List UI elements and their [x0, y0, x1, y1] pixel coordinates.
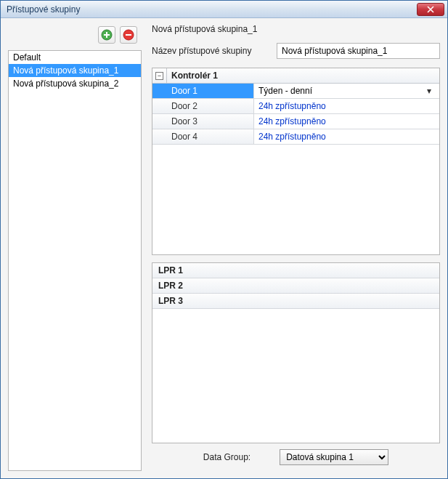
door-name-cell: Door 1 [152, 84, 254, 98]
lpr-row[interactable]: LPR 3 [152, 294, 439, 309]
group-list-item[interactable]: Default [9, 51, 141, 64]
lpr-fill [152, 309, 439, 443]
collapse-toggle[interactable]: − [155, 72, 163, 80]
lpr-rows: LPR 1LPR 2LPR 3 [152, 263, 439, 309]
door-row[interactable]: Door 224h zpřístupněno [152, 99, 439, 114]
detail-heading: Nová přístupová skupina_1 [152, 24, 440, 37]
controller-header-label: Kontrolér 1 [167, 68, 439, 83]
data-group-select[interactable]: Datová skupina 1 [280, 449, 388, 465]
door-schedule-cell[interactable]: 24h zpřístupněno [254, 99, 439, 113]
group-list-item[interactable]: Nová přístupová skupina_1 [9, 64, 141, 77]
close-button[interactable] [417, 3, 444, 16]
door-schedule-cell[interactable]: 24h zpřístupněno [254, 129, 439, 144]
door-row[interactable]: Door 424h zpřístupněno [152, 129, 439, 145]
titlebar: Přístupové skupiny [1, 1, 447, 18]
group-listbox[interactable]: DefaultNová přístupová skupina_1Nová pří… [8, 50, 142, 471]
lpr-grid: LPR 1LPR 2LPR 3 [152, 262, 440, 443]
data-group-label: Data Group: [203, 452, 251, 462]
lpr-label: LPR 3 [152, 294, 189, 307]
door-row[interactable]: Door 1Týden - denní▾ [152, 84, 439, 99]
add-icon [101, 29, 113, 41]
left-column: DefaultNová přístupová skupina_1Nová pří… [8, 24, 142, 471]
controller-grid: − Kontrolér 1 Door 1Týden - denní▾Door 2… [152, 68, 440, 255]
expand-cell: − [152, 68, 167, 83]
name-row: Název přístupové skupiny [152, 43, 440, 59]
close-icon [427, 6, 434, 13]
group-list-item[interactable]: Nová přístupová skupina_2 [9, 77, 141, 90]
controller-rows: Door 1Týden - denní▾Door 224h zpřístupně… [152, 84, 439, 145]
remove-icon [123, 29, 134, 41]
lpr-label: LPR 2 [152, 279, 189, 292]
chevron-down-icon: ▾ [423, 86, 435, 96]
right-column: Nová přístupová skupina_1 Název přístupo… [142, 24, 440, 471]
group-name-label: Název přístupové skupiny [152, 46, 268, 56]
remove-group-button[interactable] [120, 26, 137, 44]
door-row[interactable]: Door 324h zpřístupněno [152, 114, 439, 129]
group-toolbar [8, 24, 142, 46]
window-title: Přístupové skupiny [7, 4, 80, 15]
controller-fill [152, 145, 439, 254]
content-area: DefaultNová přístupová skupina_1Nová pří… [1, 18, 447, 478]
schedule-dropdown[interactable]: Týden - denní▾ [258, 86, 435, 96]
add-group-button[interactable] [98, 26, 115, 44]
door-name-cell: Door 3 [152, 114, 254, 129]
door-name-cell: Door 2 [152, 99, 254, 113]
window-root: Přístupové skupiny [0, 0, 448, 479]
door-name-cell: Door 4 [152, 129, 254, 144]
lpr-label: LPR 1 [152, 264, 189, 277]
lpr-row[interactable]: LPR 1 [152, 263, 439, 278]
controller-header-row: − Kontrolér 1 [152, 68, 439, 84]
group-name-input[interactable] [277, 43, 440, 59]
door-schedule-cell[interactable]: 24h zpřístupněno [254, 114, 439, 129]
lpr-row[interactable]: LPR 2 [152, 278, 439, 294]
footer-row: Data Group: Datová skupina 1 [152, 443, 440, 471]
panel-spacer [152, 255, 440, 262]
schedule-value: Týden - denní [258, 86, 312, 96]
door-schedule-cell[interactable]: Týden - denní▾ [254, 84, 439, 98]
